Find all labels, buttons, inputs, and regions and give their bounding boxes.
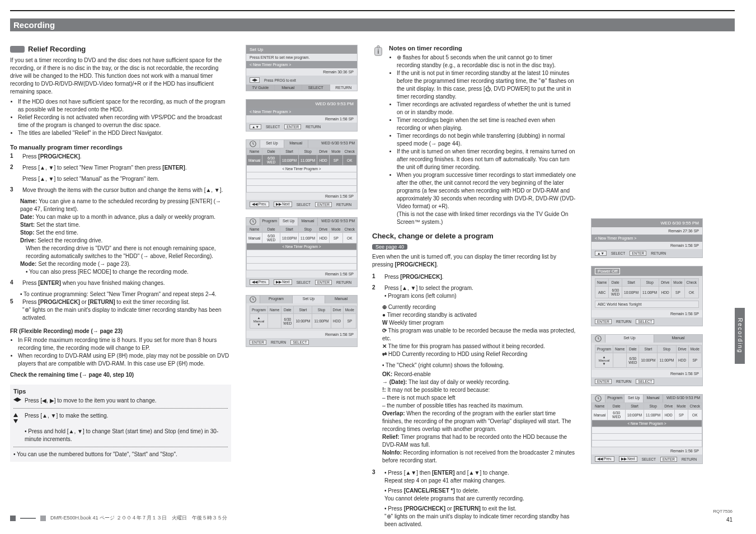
notes-on-timer-recording: i Notes on timer recording ⊕ flashes for… xyxy=(372,45,576,226)
tips-title: Tips xyxy=(13,388,228,395)
osd-new-timer-small: WED 6/30 9:53 PM < New Timer Program > R… xyxy=(246,99,358,132)
footer-build-stamp: DMR-E500H.book 41 ページ ２００４年７月１３日 火曜日 午後５… xyxy=(10,514,227,522)
step-text: Press [▲, ▼] to select "New Timer Progra… xyxy=(22,164,187,172)
clock-icon xyxy=(246,296,260,303)
step-text: Press [PROG/CHECK]. xyxy=(22,153,82,161)
step-text: Press [ENTER] when you have finished mak… xyxy=(22,279,165,287)
step-sub: Press [▲, ▼] to select "Manual" as the "… xyxy=(22,175,159,183)
column-3: i Notes on timer recording ⊕ flashes for… xyxy=(372,45,576,534)
column-4-osd-screens: WED 6/30 9:55 PM Remain 27:36 SP < New T… xyxy=(591,45,703,534)
svg-point-4 xyxy=(377,45,380,48)
step-number: 5 xyxy=(10,298,19,322)
check-steps: 1Press [PROG/CHECK]. 2Press [▲, ▼] to se… xyxy=(372,273,576,300)
icon-legend: ⊕ Currently recording ● Timer recording … xyxy=(382,303,576,358)
step-sub: • To continue programming: Select "New T… xyxy=(20,291,231,298)
clock-icon xyxy=(591,335,605,343)
manual-steps: 1Press [PROG/CHECK]. 2Press [▲, ▼] to se… xyxy=(10,153,231,194)
column-1: Relief Recording If you set a timer reco… xyxy=(10,45,231,534)
relief-recording-body: If you set a timer recording to DVD and … xyxy=(10,57,231,96)
see-page-badge: See page 40 xyxy=(372,244,407,250)
osd-timer-list-1: Set Up Manual WED 6/30 9:53 PM NameDateS… xyxy=(246,139,358,209)
step-text: Press [▲, ▼] to select the program.• Pro… xyxy=(384,284,473,300)
notes-title: Notes on timer recording xyxy=(389,45,576,51)
relief-recording-heading: Relief Recording xyxy=(10,45,231,53)
relief-bullet: The titles are labelled "Relief" in the … xyxy=(18,129,231,137)
step-text: Move through the items with the cursor b… xyxy=(22,186,223,194)
osd-setup-new-program: Set Up Press ENTER to set new program. <… xyxy=(246,45,358,91)
step3-bullet: Press [▲▼] then [ENTER] and [▲▼] to chan… xyxy=(384,470,509,484)
page-number: 41 xyxy=(726,517,732,523)
step-number: 3 xyxy=(10,186,19,194)
clock-icon xyxy=(246,218,260,226)
step-number: 1 xyxy=(372,273,381,281)
notes-list: ⊕ flashes for about 5 seconds when the u… xyxy=(389,54,576,226)
svg-text:i: i xyxy=(378,49,379,55)
page-top-rule xyxy=(10,10,735,11)
step-number: 2 xyxy=(10,164,19,172)
remain-check-title: Check the remaining time (→ page 40, ste… xyxy=(10,372,134,378)
clock-icon xyxy=(246,140,260,148)
drive-badge-hdd-ram xyxy=(10,46,25,53)
manual-steps-cont2: 5Press [PROG/CHECK] or [RETURN] to exit … xyxy=(10,298,231,322)
step-number: 3 xyxy=(372,469,381,528)
step-text: Press [PROG/CHECK]. xyxy=(384,273,444,281)
check-change-delete-heading: Check, change or delete a program xyxy=(372,232,576,240)
manual-program-subtitle: To manually program timer recordings xyxy=(10,144,231,151)
check-col-intro: • The "Check" (right column) shows the f… xyxy=(382,362,576,369)
clock-icon xyxy=(591,395,605,402)
check-step3: 3 • Press [▲▼] then [ENTER] and [▲▼] to … xyxy=(372,469,576,528)
section-title-band: Recording xyxy=(10,18,735,31)
relief-recording-bullets: If the HDD does not have sufficient spac… xyxy=(10,98,231,137)
info-icon: i xyxy=(372,45,384,57)
osd-timer-edit-spin: Program Set Up Manual ProgramNameDateSta… xyxy=(246,295,358,347)
timer-field-list: Name: You can give a name to the schedul… xyxy=(20,198,231,276)
relief-bullet: If the HDD does not have sufficient spac… xyxy=(18,98,231,114)
check-column-legend: OK: Record-enable → (Date): The last day… xyxy=(382,371,576,465)
fr-bullet: When recording to DVD-RAM using EP (8H) … xyxy=(18,352,231,368)
check-change-body: Even when the unit is turned off, you ca… xyxy=(372,253,576,269)
step-text: Press [PROG/CHECK] or [RETURN] to exit t… xyxy=(22,298,231,322)
tips-box: Tips Press [◀, ▶] to move to the item yo… xyxy=(10,385,231,462)
step-number: 1 xyxy=(10,153,19,161)
step-number: 4 xyxy=(10,279,19,287)
column-2-osd-screens: Set Up Press ENTER to set new program. <… xyxy=(246,45,358,534)
relief-recording-title: Relief Recording xyxy=(28,45,86,53)
osd-right-1: WED 6/30 9:55 PM Remain 27:36 SP < New T… xyxy=(591,218,703,258)
osd-right-3-edit: Set Up Manual ProgramNameDateStartStopDr… xyxy=(591,334,703,386)
tip-text: Press [▲, ▼] to make the setting. xyxy=(25,412,108,424)
step3-bullet: Press [PROG/CHECK] or [RETURN] to exit t… xyxy=(384,505,570,527)
manual-steps-cont: 4Press [ENTER] when you have finished ma… xyxy=(10,279,231,287)
relief-bullet: Relief Recording is not activated when r… xyxy=(18,114,231,129)
osd-right-2-poweroff: Power Off NameDateStartStopDriveModeChec… xyxy=(591,266,703,326)
side-thumb-tab: Recording xyxy=(735,308,745,364)
step-number: 2 xyxy=(372,284,381,300)
fr-bullet: In FR mode maximum recording time is 8 h… xyxy=(18,336,231,352)
osd-right-4-list: Program Set Up Manual WED 6/30 9:53 PM N… xyxy=(591,394,703,464)
tip-text: Press [◀, ▶] to move to the item you wan… xyxy=(25,397,157,405)
footer-doc-code: RQT7536 xyxy=(713,509,732,514)
osd-timer-list-2: Program Set Up Manual WED 6/30 9:53 PM N… xyxy=(246,217,358,287)
step3-bullet: Press [CANCEL/RESET *] to delete.You can… xyxy=(384,488,524,502)
fr-mode-bullets: In FR mode maximum recording time is 8 h… xyxy=(10,336,231,368)
fr-mode-title: FR (Flexible Recording) mode (→ page 23) xyxy=(10,328,123,334)
tip-text: • You can use the numbered buttons for "… xyxy=(13,451,228,458)
tip-sub: • Press and hold [▲, ▼] to change Start … xyxy=(25,428,228,443)
